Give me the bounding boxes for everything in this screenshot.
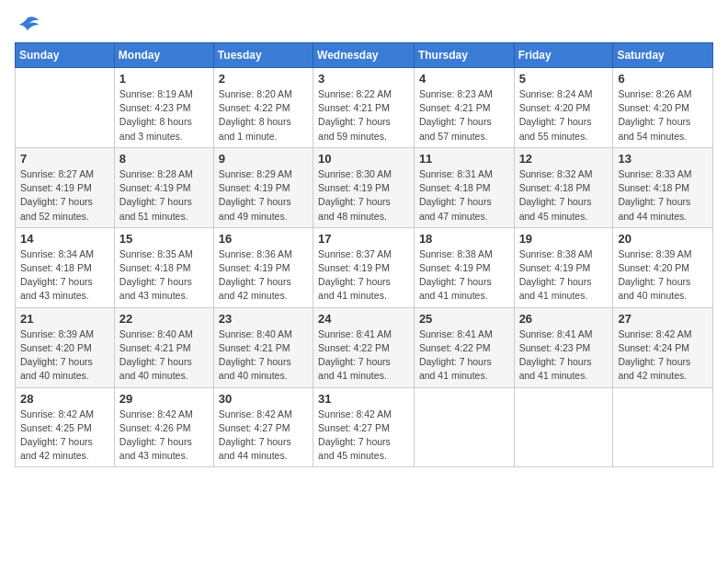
calendar-cell: 26Sunrise: 8:41 AMSunset: 4:23 PMDayligh… [514,307,613,387]
weekday-header: Tuesday [213,43,313,68]
day-info: Sunrise: 8:35 AMSunset: 4:18 PMDaylight:… [119,247,209,304]
calendar-cell: 9Sunrise: 8:29 AMSunset: 4:19 PMDaylight… [213,147,313,227]
calendar-cell: 28Sunrise: 8:42 AMSunset: 4:25 PMDayligh… [16,387,115,467]
weekday-header: Sunday [16,43,115,68]
day-number: 9 [219,152,308,166]
calendar-header: SundayMondayTuesdayWednesdayThursdayFrid… [16,43,713,68]
day-info: Sunrise: 8:42 AMSunset: 4:24 PMDaylight:… [618,327,708,384]
day-info: Sunrise: 8:41 AMSunset: 4:22 PMDaylight:… [318,327,409,384]
day-info: Sunrise: 8:28 AMSunset: 4:19 PMDaylight:… [119,167,209,224]
day-info: Sunrise: 8:42 AMSunset: 4:25 PMDaylight:… [20,408,109,464]
day-number: 20 [618,232,708,246]
calendar-cell: 23Sunrise: 8:40 AMSunset: 4:21 PMDayligh… [213,307,313,387]
calendar-cell: 8Sunrise: 8:28 AMSunset: 4:19 PMDaylight… [114,147,213,227]
day-number: 22 [119,312,209,326]
day-number: 23 [219,312,308,326]
day-number: 13 [618,152,708,166]
day-info: Sunrise: 8:42 AMSunset: 4:27 PMDaylight:… [219,408,308,464]
day-number: 11 [419,152,509,166]
day-info: Sunrise: 8:36 AMSunset: 4:19 PMDaylight:… [219,247,308,304]
day-number: 30 [219,392,308,406]
day-info: Sunrise: 8:38 AMSunset: 4:19 PMDaylight:… [519,247,609,304]
day-info: Sunrise: 8:26 AMSunset: 4:20 PMDaylight:… [618,87,708,144]
calendar-cell: 2Sunrise: 8:20 AMSunset: 4:22 PMDaylight… [213,68,313,148]
day-number: 7 [20,152,109,166]
day-number: 15 [119,232,209,246]
day-info: Sunrise: 8:20 AMSunset: 4:22 PMDaylight:… [219,87,308,144]
day-info: Sunrise: 8:22 AMSunset: 4:21 PMDaylight:… [318,87,409,144]
day-number: 19 [519,232,609,246]
day-info: Sunrise: 8:33 AMSunset: 4:18 PMDaylight:… [618,167,708,224]
day-number: 26 [519,312,609,326]
calendar-cell: 3Sunrise: 8:22 AMSunset: 4:21 PMDaylight… [313,68,415,148]
day-info: Sunrise: 8:23 AMSunset: 4:21 PMDaylight:… [419,87,509,144]
day-number: 14 [20,232,109,246]
calendar-week-row: 14Sunrise: 8:34 AMSunset: 4:18 PMDayligh… [16,227,713,307]
day-number: 28 [20,392,109,406]
calendar-cell: 7Sunrise: 8:27 AMSunset: 4:19 PMDaylight… [16,147,115,227]
weekday-header: Thursday [414,43,514,68]
calendar-cell: 6Sunrise: 8:26 AMSunset: 4:20 PMDaylight… [613,68,713,148]
day-number: 17 [318,232,409,246]
day-info: Sunrise: 8:30 AMSunset: 4:19 PMDaylight:… [318,167,409,224]
weekday-header: Wednesday [313,43,415,68]
day-info: Sunrise: 8:40 AMSunset: 4:21 PMDaylight:… [119,327,209,384]
day-info: Sunrise: 8:31 AMSunset: 4:18 PMDaylight:… [419,167,509,224]
day-info: Sunrise: 8:41 AMSunset: 4:22 PMDaylight:… [419,327,509,384]
calendar-cell: 18Sunrise: 8:38 AMSunset: 4:19 PMDayligh… [414,227,514,307]
calendar-week-row: 28Sunrise: 8:42 AMSunset: 4:25 PMDayligh… [16,387,713,467]
day-info: Sunrise: 8:41 AMSunset: 4:23 PMDaylight:… [519,327,609,384]
day-number: 8 [119,152,209,166]
calendar-cell: 1Sunrise: 8:19 AMSunset: 4:23 PMDaylight… [114,68,213,148]
calendar-body: 1Sunrise: 8:19 AMSunset: 4:23 PMDaylight… [16,68,713,467]
day-info: Sunrise: 8:37 AMSunset: 4:19 PMDaylight:… [318,247,409,304]
day-number: 12 [519,152,609,166]
day-number: 31 [318,392,409,406]
calendar-cell: 12Sunrise: 8:32 AMSunset: 4:18 PMDayligh… [514,147,613,227]
calendar-cell [613,387,713,467]
day-number: 10 [318,152,409,166]
calendar-cell: 14Sunrise: 8:34 AMSunset: 4:18 PMDayligh… [16,227,115,307]
weekday-row: SundayMondayTuesdayWednesdayThursdayFrid… [16,43,713,68]
day-info: Sunrise: 8:32 AMSunset: 4:18 PMDaylight:… [519,167,609,224]
weekday-header: Friday [514,43,613,68]
calendar-cell: 17Sunrise: 8:37 AMSunset: 4:19 PMDayligh… [313,227,415,307]
day-info: Sunrise: 8:19 AMSunset: 4:23 PMDaylight:… [119,87,209,144]
calendar-cell: 11Sunrise: 8:31 AMSunset: 4:18 PMDayligh… [414,147,514,227]
day-info: Sunrise: 8:24 AMSunset: 4:20 PMDaylight:… [519,87,609,144]
calendar-cell: 21Sunrise: 8:39 AMSunset: 4:20 PMDayligh… [16,307,115,387]
header [15,15,713,35]
day-number: 1 [119,72,209,86]
day-info: Sunrise: 8:39 AMSunset: 4:20 PMDaylight:… [20,327,109,384]
weekday-header: Monday [114,43,213,68]
calendar-cell: 25Sunrise: 8:41 AMSunset: 4:22 PMDayligh… [414,307,514,387]
day-number: 29 [119,392,209,406]
day-number: 27 [618,312,708,326]
calendar-cell [414,387,514,467]
calendar-cell: 10Sunrise: 8:30 AMSunset: 4:19 PMDayligh… [313,147,415,227]
calendar-cell: 16Sunrise: 8:36 AMSunset: 4:19 PMDayligh… [213,227,313,307]
day-number: 18 [419,232,509,246]
day-info: Sunrise: 8:27 AMSunset: 4:19 PMDaylight:… [20,167,109,224]
day-number: 3 [318,72,409,86]
calendar-cell: 27Sunrise: 8:42 AMSunset: 4:24 PMDayligh… [613,307,713,387]
calendar-cell [16,68,115,148]
calendar-cell [514,387,613,467]
day-info: Sunrise: 8:42 AMSunset: 4:26 PMDaylight:… [119,408,209,464]
day-number: 24 [318,312,409,326]
day-info: Sunrise: 8:38 AMSunset: 4:19 PMDaylight:… [419,247,509,304]
calendar-cell: 20Sunrise: 8:39 AMSunset: 4:20 PMDayligh… [613,227,713,307]
calendar-cell: 5Sunrise: 8:24 AMSunset: 4:20 PMDaylight… [514,68,613,148]
calendar-week-row: 1Sunrise: 8:19 AMSunset: 4:23 PMDaylight… [16,68,713,148]
day-number: 16 [219,232,308,246]
calendar-cell: 4Sunrise: 8:23 AMSunset: 4:21 PMDaylight… [414,68,514,148]
day-info: Sunrise: 8:40 AMSunset: 4:21 PMDaylight:… [219,327,308,384]
day-info: Sunrise: 8:34 AMSunset: 4:18 PMDaylight:… [20,247,109,304]
calendar-cell: 30Sunrise: 8:42 AMSunset: 4:27 PMDayligh… [213,387,313,467]
day-number: 4 [419,72,509,86]
calendar-cell: 19Sunrise: 8:38 AMSunset: 4:19 PMDayligh… [514,227,613,307]
logo [15,15,44,35]
calendar-cell: 22Sunrise: 8:40 AMSunset: 4:21 PMDayligh… [114,307,213,387]
calendar-week-row: 7Sunrise: 8:27 AMSunset: 4:19 PMDaylight… [16,147,713,227]
calendar-cell: 29Sunrise: 8:42 AMSunset: 4:26 PMDayligh… [114,387,213,467]
